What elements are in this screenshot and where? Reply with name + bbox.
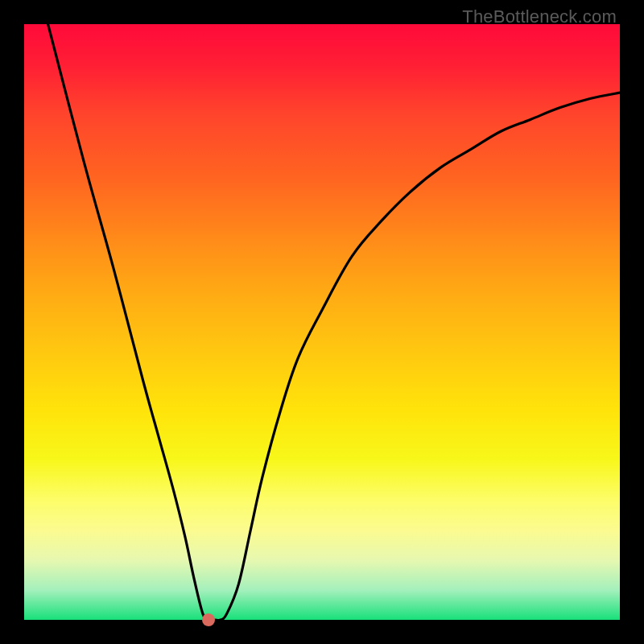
minimum-marker-icon [202,613,215,626]
chart-gradient-canvas [24,24,620,620]
chart-frame: TheBottleneck.com [0,0,644,644]
watermark-text: TheBottleneck.com [462,6,617,27]
